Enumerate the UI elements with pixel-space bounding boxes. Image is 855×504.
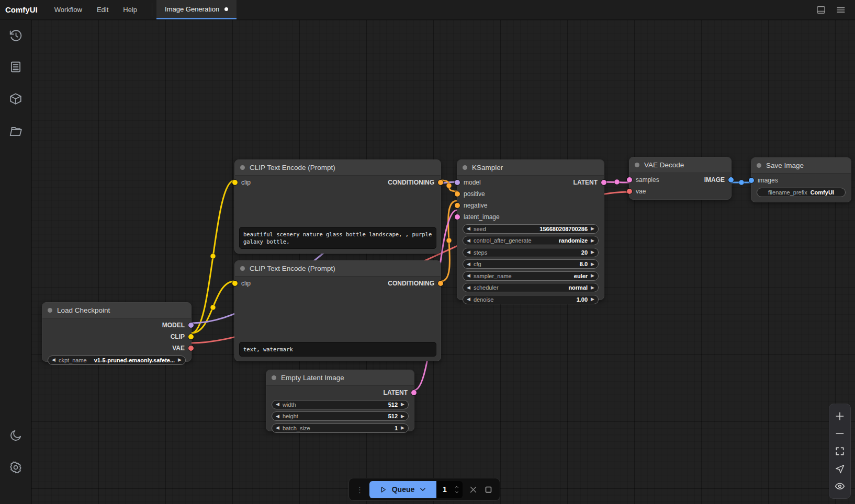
clear-queue-icon[interactable] (468, 485, 478, 494)
input-slot-vae[interactable]: vae (629, 187, 731, 196)
widget-scheduler[interactable]: ◀ scheduler normal ▶ (463, 283, 599, 292)
node-header[interactable]: Load Checkpoint (42, 303, 191, 318)
node-empty-latent-image[interactable]: Empty Latent Image LATENT ◀ width 512 ▶ … (266, 370, 414, 431)
node-library-icon[interactable] (9, 92, 22, 106)
conditioning-output-dot[interactable] (438, 180, 443, 185)
widget-height[interactable]: ◀ height 512 ▶ (272, 411, 409, 421)
tab-image-generation[interactable]: Image Generation (156, 0, 237, 19)
collapse-dot[interactable] (240, 266, 245, 271)
decrement-arrow-icon[interactable]: ◀ (276, 426, 279, 430)
widget-control-after-generate[interactable]: ◀ control_after_generate randomize ▶ (463, 236, 599, 245)
widget-width[interactable]: ◀ width 512 ▶ (272, 400, 409, 409)
model-slot-dot[interactable] (188, 323, 194, 328)
decrement-arrow-icon[interactable]: ◀ (467, 238, 470, 243)
latent-output-dot[interactable] (411, 390, 417, 395)
node-header[interactable]: Save Image (751, 158, 851, 174)
model-input-dot[interactable] (455, 180, 460, 185)
input-slot-positive[interactable]: positive (457, 189, 604, 199)
negative-prompt-textarea[interactable]: text, watermark (239, 342, 436, 357)
decrement-arrow-icon[interactable]: ◀ (467, 273, 470, 278)
widget-steps[interactable]: ◀ steps 20 ▶ (463, 248, 599, 257)
vae-slot-dot[interactable] (188, 346, 194, 351)
widget-filename-prefix[interactable]: filename_prefix ComfyUI (757, 188, 846, 197)
spinner-up-icon[interactable] (454, 485, 459, 489)
fit-view-icon[interactable] (835, 446, 845, 456)
queue-list-icon[interactable] (9, 60, 22, 74)
conditioning-output-dot[interactable] (438, 281, 443, 286)
count-spinner[interactable] (454, 485, 459, 494)
node-save-image[interactable]: Save Image images filename_prefix ComfyU… (751, 157, 851, 202)
decrement-arrow-icon[interactable]: ◀ (467, 226, 470, 231)
node-clip-text-encode-negative[interactable]: CLIP Text Encode (Prompt) clip CONDITION… (234, 260, 441, 361)
select-mode-icon[interactable] (835, 464, 845, 474)
widget-denoise[interactable]: ◀ denoise 1.00 ▶ (463, 295, 599, 304)
collapse-dot[interactable] (635, 163, 639, 167)
increment-arrow-icon[interactable]: ▶ (178, 358, 182, 362)
zoom-in-icon[interactable] (835, 411, 845, 421)
latent-image-input-dot[interactable] (455, 214, 460, 220)
collapse-dot[interactable] (240, 165, 245, 170)
positive-input-dot[interactable] (455, 191, 460, 197)
collapse-dot[interactable] (272, 375, 276, 380)
latent-output-dot[interactable] (601, 180, 606, 185)
decrement-arrow-icon[interactable]: ◀ (467, 262, 470, 267)
node-clip-text-encode-positive[interactable]: CLIP Text Encode (Prompt) clip CONDITION… (234, 159, 441, 254)
images-input-dot[interactable] (749, 178, 754, 183)
output-slot-latent[interactable]: LATENT (266, 388, 414, 397)
settings-gear-icon[interactable] (9, 461, 22, 474)
decrement-arrow-icon[interactable]: ◀ (276, 414, 279, 419)
widget-sampler-name[interactable]: ◀ sampler_name euler ▶ (463, 271, 599, 281)
decrement-arrow-icon[interactable]: ◀ (52, 358, 55, 362)
node-header[interactable]: KSampler (457, 160, 604, 176)
history-icon[interactable] (9, 29, 22, 42)
increment-arrow-icon[interactable]: ▶ (591, 226, 594, 231)
toggle-link-visibility-icon[interactable] (835, 481, 845, 491)
output-slot-vae[interactable]: VAE (42, 343, 191, 353)
widget-cfg[interactable]: ◀ cfg 8.0 ▶ (463, 259, 599, 269)
stop-icon[interactable] (483, 485, 493, 494)
drag-handle-icon[interactable]: ⋮ (356, 486, 364, 494)
increment-arrow-icon[interactable]: ▶ (591, 238, 594, 243)
menu-help[interactable]: Help (116, 0, 144, 19)
collapse-dot[interactable] (463, 165, 467, 170)
increment-arrow-icon[interactable]: ▶ (591, 297, 594, 302)
samples-input-dot[interactable] (627, 177, 632, 182)
negative-input-dot[interactable] (455, 203, 460, 208)
node-graph-canvas[interactable] (31, 20, 855, 504)
increment-arrow-icon[interactable]: ▶ (401, 426, 404, 430)
output-slot-model[interactable]: MODEL (42, 320, 191, 330)
spinner-down-icon[interactable] (454, 490, 459, 494)
node-header[interactable]: CLIP Text Encode (Prompt) (235, 160, 441, 176)
widget-ckpt-name[interactable]: ◀ ckpt_name v1-5-pruned-emaonly.safete..… (48, 356, 186, 365)
increment-arrow-icon[interactable]: ▶ (401, 402, 404, 407)
clip-input-dot[interactable] (232, 180, 238, 185)
positive-prompt-textarea[interactable]: beautiful scenery nature glass bottle la… (239, 227, 436, 249)
decrement-arrow-icon[interactable]: ◀ (467, 297, 470, 302)
clip-input-dot[interactable] (232, 281, 238, 286)
increment-arrow-icon[interactable]: ▶ (591, 250, 594, 255)
increment-arrow-icon[interactable]: ▶ (591, 273, 594, 278)
queue-button[interactable]: Queue (369, 481, 436, 498)
chevron-down-icon[interactable] (419, 486, 426, 493)
menu-edit[interactable]: Edit (89, 0, 116, 19)
bottom-panel-icon[interactable] (815, 4, 827, 16)
node-header[interactable]: CLIP Text Encode (Prompt) (235, 261, 441, 277)
input-slot-latent-image[interactable]: latent_image (457, 212, 604, 222)
theme-moon-icon[interactable] (9, 429, 22, 442)
decrement-arrow-icon[interactable]: ◀ (467, 250, 470, 255)
widget-batch-size[interactable]: ◀ batch_size 1 ▶ (272, 423, 409, 433)
menu-workflow[interactable]: Workflow (47, 0, 89, 19)
decrement-arrow-icon[interactable]: ◀ (276, 402, 279, 407)
decrement-arrow-icon[interactable]: ◀ (467, 285, 470, 290)
collapse-dot[interactable] (757, 163, 761, 168)
output-slot-clip[interactable]: CLIP (42, 332, 191, 341)
increment-arrow-icon[interactable]: ▶ (591, 262, 594, 267)
collapse-dot[interactable] (48, 308, 52, 313)
image-output-dot[interactable] (728, 177, 734, 182)
node-vae-decode[interactable]: VAE Decode samples IMAGE vae (629, 157, 732, 200)
zoom-out-icon[interactable] (835, 428, 845, 439)
batch-count-input[interactable]: 1 (436, 481, 463, 498)
increment-arrow-icon[interactable]: ▶ (401, 414, 404, 419)
node-header[interactable]: Empty Latent Image (266, 370, 414, 386)
vae-input-dot[interactable] (627, 189, 632, 194)
